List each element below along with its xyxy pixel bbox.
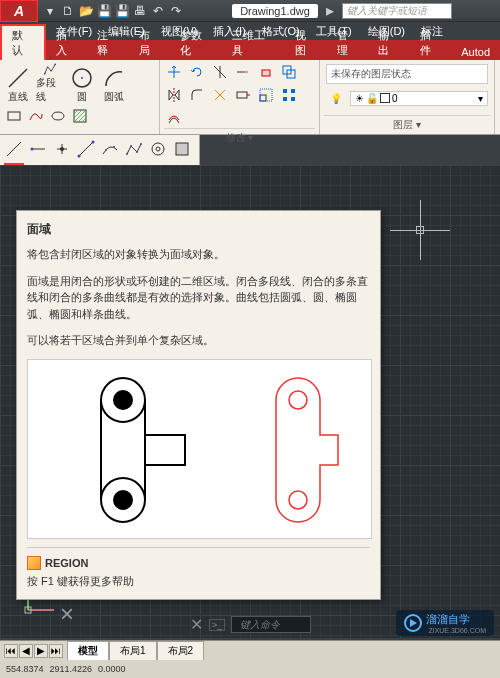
color-swatch (380, 93, 390, 103)
tab-model[interactable]: 模型 (67, 641, 109, 661)
tab-plugins[interactable]: 插件 (410, 26, 452, 60)
extend-icon[interactable] (233, 62, 253, 82)
polygon-icon[interactable] (172, 139, 192, 159)
svg-line-27 (79, 142, 93, 156)
tooltip-illustration (27, 359, 372, 539)
line-button[interactable]: 直线 (4, 62, 32, 104)
erase-icon[interactable] (256, 62, 276, 82)
svg-rect-53 (145, 435, 185, 465)
viewport-close-icon[interactable]: × (60, 600, 74, 628)
search-input[interactable]: 键入关键字或短语 (342, 3, 452, 19)
mirror-icon[interactable] (164, 85, 184, 105)
status-bar: 554.8374 2911.4226 0.0000 (0, 660, 500, 678)
svg-rect-15 (260, 95, 266, 101)
stretch-icon[interactable] (233, 85, 253, 105)
coord-y: 2911.4226 (50, 664, 93, 674)
scale-icon[interactable] (256, 85, 276, 105)
command-name: REGION (45, 557, 88, 569)
tab-manage[interactable]: 管理 (327, 26, 369, 60)
layer-combo[interactable]: ☀ 🔓 0 ▾ (350, 91, 488, 106)
open-icon[interactable]: 📂 (78, 3, 94, 19)
arc-button[interactable]: 圆弧 (100, 62, 128, 104)
redo-icon[interactable]: ↷ (168, 3, 184, 19)
drawing-title: Drawing1.dwg (232, 4, 318, 18)
svg-point-31 (113, 146, 115, 148)
tab-parametric[interactable]: 参数化 (170, 26, 222, 60)
tab-view[interactable]: 视图 (285, 26, 327, 60)
title-bar: A ▾ 🗋 📂 💾 💾 🖶 ↶ ↷ Drawing1.dwg ▸ 键入关键字或短… (0, 0, 500, 22)
undo-icon[interactable]: ↶ (150, 3, 166, 19)
tab-nav: ⏮ ◀ ▶ ⏭ (0, 644, 67, 658)
nav-next-icon[interactable]: ▶ (34, 644, 48, 658)
new-icon[interactable]: 🗋 (60, 3, 76, 19)
revision-cloud-icon[interactable] (148, 139, 168, 159)
tab-layout1[interactable]: 布局1 (109, 641, 157, 661)
rectangle-icon[interactable] (4, 106, 24, 126)
saveas-icon[interactable]: 💾 (114, 3, 130, 19)
command-input[interactable] (231, 616, 311, 633)
donut-icon[interactable] (124, 139, 144, 159)
svg-point-1 (44, 73, 46, 75)
command-line-row: ✕ >_ (190, 615, 311, 634)
tab-output[interactable]: 输出 (368, 26, 410, 60)
tab-layout[interactable]: 布局 (129, 26, 171, 60)
svg-rect-19 (283, 97, 287, 101)
circle-button[interactable]: 圆 (68, 62, 96, 104)
nav-last-icon[interactable]: ⏭ (49, 644, 63, 658)
nav-prev-icon[interactable]: ◀ (19, 644, 33, 658)
polyline-label: 多段线 (36, 76, 64, 104)
bulb-icon[interactable]: 💡 (326, 88, 346, 108)
svg-point-56 (289, 391, 307, 409)
spline-cv-icon[interactable] (100, 139, 120, 159)
svg-point-28 (78, 155, 81, 158)
array-icon[interactable] (279, 85, 299, 105)
tab-annotate[interactable]: 注释 (87, 26, 129, 60)
save-icon[interactable]: 💾 (96, 3, 112, 19)
cmd-close-icon[interactable]: ✕ (190, 615, 203, 634)
watermark: 溜溜自学 ZIXUE.3D66.COM (396, 610, 494, 636)
tab-autod[interactable]: Autod (451, 44, 500, 60)
ellipse-icon[interactable] (48, 106, 68, 126)
svg-point-6 (52, 112, 64, 120)
tab-layout2[interactable]: 布局2 (157, 641, 205, 661)
modify-panel: 修改 ▾ (160, 60, 320, 134)
svg-point-23 (31, 148, 34, 151)
construction-line-icon[interactable] (4, 139, 24, 159)
tooltip-p2: 面域是用闭合的形状或环创建的二维区域。闭合多段线、闭合的多条直线和闭合的多条曲线… (27, 273, 370, 323)
ribbon-tabs: 默认 插入 注释 布局 参数化 三维工具 视图 管理 输出 插件 Autod (0, 40, 500, 60)
copy-icon[interactable] (279, 62, 299, 82)
spline-icon[interactable] (26, 106, 46, 126)
svg-point-4 (81, 77, 83, 79)
nav-first-icon[interactable]: ⏮ (4, 644, 18, 658)
layer-panel-title[interactable]: 图层 ▾ (324, 115, 490, 132)
rotate-icon[interactable] (187, 62, 207, 82)
app-logo[interactable]: A (0, 0, 38, 22)
play-icon (404, 614, 422, 632)
trim-icon[interactable] (210, 62, 230, 82)
tooltip-title: 面域 (27, 221, 370, 238)
svg-line-0 (9, 69, 27, 87)
fillet-icon[interactable] (187, 85, 207, 105)
circle-label: 圆 (77, 90, 87, 104)
hatch-icon[interactable] (70, 106, 90, 126)
ray-icon[interactable] (28, 139, 48, 159)
polyline-button[interactable]: 多段线 (36, 62, 64, 104)
watermark-text: 溜溜自学 (426, 612, 486, 627)
offset-icon[interactable] (164, 108, 184, 128)
tab-default[interactable]: 默认 (0, 24, 46, 60)
spline-fit-icon[interactable] (76, 139, 96, 159)
dropdown-icon[interactable]: ▾ (42, 3, 58, 19)
point-icon[interactable] (52, 139, 72, 159)
region-tooltip: 面域 将包含封闭区域的对象转换为面域对象。 面域是用闭合的形状或环创建的二维区域… (16, 210, 381, 600)
svg-point-34 (136, 151, 138, 153)
svg-rect-18 (291, 89, 295, 93)
tab-3dtools[interactable]: 三维工具 (222, 26, 285, 60)
explode-icon[interactable] (210, 85, 230, 105)
svg-point-2 (54, 63, 56, 65)
cmd-chevron-icon[interactable]: >_ (209, 619, 225, 631)
tab-insert[interactable]: 插入 (46, 26, 88, 60)
layer-status[interactable]: 未保存的图层状态 (326, 64, 488, 84)
print-icon[interactable]: 🖶 (132, 3, 148, 19)
svg-point-47 (114, 391, 132, 409)
move-icon[interactable] (164, 62, 184, 82)
